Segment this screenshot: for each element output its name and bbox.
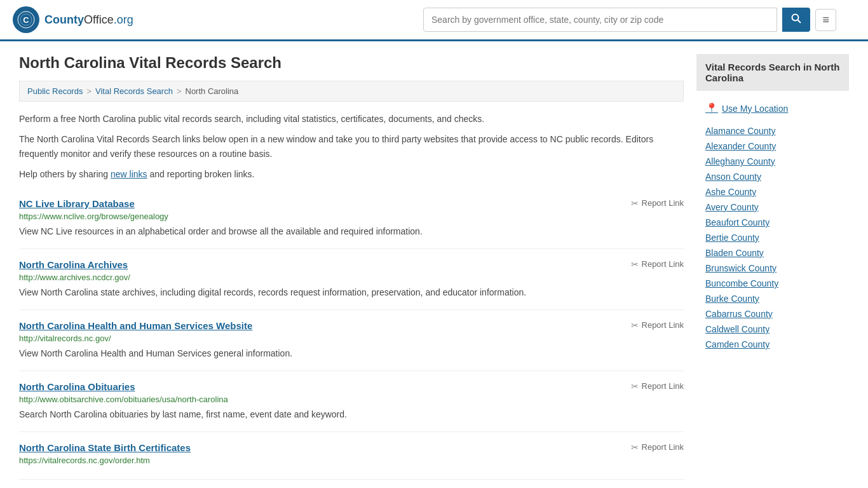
report-label-3: Report Link — [642, 381, 684, 391]
county-link-11[interactable]: Burke County — [705, 294, 759, 304]
county-list: Alamance CountyAlexander CountyAlleghany… — [696, 123, 849, 352]
county-link-1[interactable]: Alexander County — [705, 141, 776, 151]
county-list-item: Beaufort County — [705, 215, 840, 230]
county-list-item: Ashe County — [705, 184, 840, 200]
svg-point-3 — [792, 15, 799, 21]
county-list-item: Alexander County — [705, 139, 840, 154]
logo-text: CountyOffice.org — [44, 13, 133, 27]
breadcrumb-state: North Carolina — [186, 86, 239, 96]
breadcrumb-vital-records[interactable]: Vital Records Search — [95, 86, 173, 96]
county-list-item: Alleghany County — [705, 154, 840, 169]
report-icon-1: ✂ — [631, 259, 639, 269]
description-2: The North Carolina Vital Records Search … — [19, 132, 684, 161]
link-header-2: North Carolina Health and Human Services… — [19, 320, 684, 331]
search-area: ≡ — [423, 8, 836, 32]
location-icon: 📍 — [705, 102, 718, 114]
county-list-item: Cabarrus County — [705, 306, 840, 322]
county-link-13[interactable]: Caldwell County — [705, 324, 770, 334]
sidebar-header: Vital Records Search in North Carolina — [696, 54, 849, 91]
county-list-item: Bladen County — [705, 245, 840, 261]
link-url-0[interactable]: https://www.nclive.org/browse/genealogy — [19, 212, 684, 221]
report-link-3[interactable]: ✂ Report Link — [631, 381, 684, 391]
link-title-4[interactable]: North Carolina State Birth Certificates — [19, 442, 191, 453]
link-entry: North Carolina Obituaries ✂ Report Link … — [19, 371, 684, 432]
logo[interactable]: C CountyOffice.org — [13, 6, 133, 33]
search-button[interactable] — [782, 8, 810, 32]
county-link-2[interactable]: Alleghany County — [705, 156, 775, 166]
county-link-14[interactable]: Camden County — [705, 339, 770, 349]
county-list-item: Caldwell County — [705, 322, 840, 337]
link-entry: North Carolina State Birth Certificates … — [19, 432, 684, 480]
link-header-4: North Carolina State Birth Certificates … — [19, 442, 684, 453]
link-entry: North Carolina Health and Human Services… — [19, 310, 684, 371]
county-link-8[interactable]: Bladen County — [705, 248, 764, 258]
search-input[interactable] — [423, 8, 777, 32]
svg-line-4 — [798, 20, 801, 24]
use-location[interactable]: 📍 Use My Location — [696, 98, 849, 118]
link-desc-2: View North Carolina Health and Human Ser… — [19, 347, 684, 360]
county-list-item: Avery County — [705, 200, 840, 215]
county-list-item: Buncombe County — [705, 276, 840, 291]
county-link-0[interactable]: Alamance County — [705, 126, 776, 136]
logo-icon: C — [13, 6, 39, 33]
county-link-5[interactable]: Avery County — [705, 202, 759, 212]
report-label-0: Report Link — [642, 198, 684, 208]
link-entry: NC Live Library Database ✂ Report Link h… — [19, 188, 684, 249]
use-location-label: Use My Location — [722, 104, 788, 114]
county-link-3[interactable]: Anson County — [705, 172, 761, 182]
link-title-1[interactable]: North Carolina Archives — [19, 259, 128, 270]
link-header-3: North Carolina Obituaries ✂ Report Link — [19, 381, 684, 392]
link-entry: North Carolina Archives ✂ Report Link ht… — [19, 249, 684, 310]
county-list-item: Bertie County — [705, 230, 840, 245]
county-list-item: Anson County — [705, 169, 840, 184]
county-link-10[interactable]: Buncombe County — [705, 278, 778, 288]
breadcrumb-public-records[interactable]: Public Records — [27, 86, 83, 96]
link-url-1[interactable]: http://www.archives.ncdcr.gov/ — [19, 273, 684, 282]
report-link-1[interactable]: ✂ Report Link — [631, 259, 684, 269]
link-header-1: North Carolina Archives ✂ Report Link — [19, 259, 684, 270]
county-list-item: Alamance County — [705, 123, 840, 139]
site-header: C CountyOffice.org ≡ — [0, 0, 868, 41]
report-icon-3: ✂ — [631, 381, 639, 391]
main-container: North Carolina Vital Records Search Publ… — [0, 41, 868, 488]
breadcrumb-sep-2: > — [177, 86, 182, 96]
county-link-4[interactable]: Ashe County — [705, 187, 756, 197]
new-links-link[interactable]: new links — [111, 169, 147, 179]
link-entries: NC Live Library Database ✂ Report Link h… — [19, 188, 684, 480]
link-desc-0: View NC Live resources in an alphabetica… — [19, 225, 684, 238]
county-link-12[interactable]: Cabarrus County — [705, 309, 773, 319]
link-url-3[interactable]: http://www.obitsarchive.com/obituaries/u… — [19, 395, 684, 404]
county-link-9[interactable]: Brunswick County — [705, 263, 776, 273]
link-url-2[interactable]: http://vitalrecords.nc.gov/ — [19, 334, 684, 343]
breadcrumb: Public Records > Vital Records Search > … — [19, 81, 684, 102]
report-icon-4: ✂ — [631, 442, 639, 452]
description-3: Help others by sharing new links and rep… — [19, 167, 684, 181]
description-3-prefix: Help others by sharing — [19, 169, 111, 179]
sidebar: Vital Records Search in North Carolina 📍… — [696, 54, 849, 480]
report-link-4[interactable]: ✂ Report Link — [631, 442, 684, 452]
description-3-suffix: and reporting broken links. — [147, 169, 255, 179]
link-url-4[interactable]: https://vitalrecords.nc.gov/order.htm — [19, 456, 684, 465]
description-1: Perform a free North Carolina public vit… — [19, 112, 684, 126]
link-title-3[interactable]: North Carolina Obituaries — [19, 381, 135, 392]
link-header-0: NC Live Library Database ✂ Report Link — [19, 198, 684, 209]
county-list-item: Burke County — [705, 291, 840, 306]
county-list-item: Brunswick County — [705, 261, 840, 276]
report-link-2[interactable]: ✂ Report Link — [631, 320, 684, 330]
link-desc-1: View North Carolina state archives, incl… — [19, 286, 684, 299]
county-link-6[interactable]: Beaufort County — [705, 217, 770, 227]
report-icon-0: ✂ — [631, 198, 639, 208]
breadcrumb-sep-1: > — [86, 86, 92, 96]
page-title: North Carolina Vital Records Search — [19, 54, 684, 72]
report-label-1: Report Link — [642, 259, 684, 269]
menu-button[interactable]: ≡ — [815, 9, 836, 31]
county-link-7[interactable]: Bertie County — [705, 233, 759, 243]
svg-text:C: C — [23, 15, 29, 25]
report-icon-2: ✂ — [631, 320, 639, 330]
link-title-0[interactable]: NC Live Library Database — [19, 198, 135, 209]
link-desc-3: Search North Carolina obituaries by last… — [19, 408, 684, 421]
link-title-2[interactable]: North Carolina Health and Human Services… — [19, 320, 252, 331]
report-link-0[interactable]: ✂ Report Link — [631, 198, 684, 208]
content-area: North Carolina Vital Records Search Publ… — [19, 54, 684, 480]
county-list-item: Camden County — [705, 337, 840, 352]
